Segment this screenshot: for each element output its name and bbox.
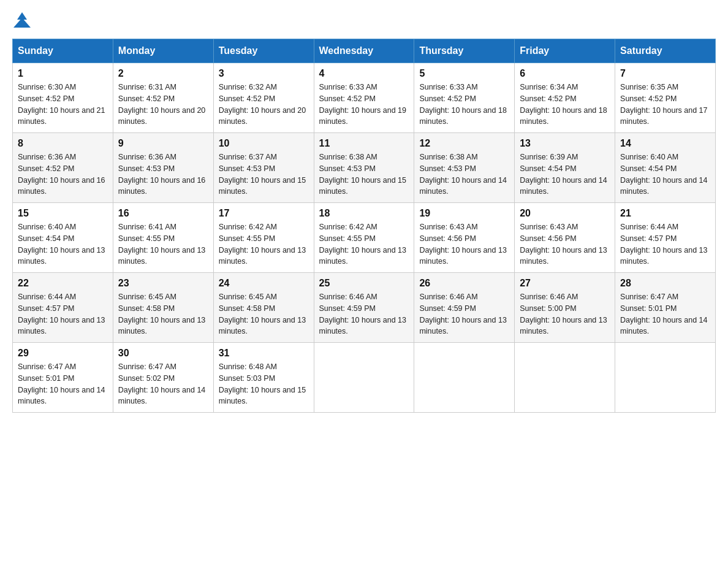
- day-number: 27: [520, 278, 610, 289]
- day-info: Sunrise: 6:38 AMSunset: 4:53 PMDaylight:…: [319, 153, 406, 196]
- calendar-week-row: 1 Sunrise: 6:30 AMSunset: 4:52 PMDayligh…: [13, 63, 716, 133]
- day-number: 31: [219, 348, 309, 359]
- calendar-cell: 29 Sunrise: 6:47 AMSunset: 5:01 PMDaylig…: [13, 343, 113, 413]
- day-number: 15: [18, 208, 108, 219]
- day-info: Sunrise: 6:31 AMSunset: 4:52 PMDaylight:…: [118, 83, 205, 126]
- calendar-cell: 30 Sunrise: 6:47 AMSunset: 5:02 PMDaylig…: [113, 343, 213, 413]
- calendar-cell: 14 Sunrise: 6:40 AMSunset: 4:54 PMDaylig…: [615, 133, 716, 203]
- calendar-cell: 4 Sunrise: 6:33 AMSunset: 4:52 PMDayligh…: [314, 63, 414, 133]
- day-number: 16: [118, 208, 208, 219]
- day-number: 23: [118, 278, 208, 289]
- calendar-cell: 22 Sunrise: 6:44 AMSunset: 4:57 PMDaylig…: [13, 273, 113, 343]
- calendar-cell: 3 Sunrise: 6:32 AMSunset: 4:52 PMDayligh…: [213, 63, 314, 133]
- day-number: 14: [620, 138, 710, 149]
- calendar-cell: 8 Sunrise: 6:36 AMSunset: 4:52 PMDayligh…: [13, 133, 113, 203]
- calendar-cell: 2 Sunrise: 6:31 AMSunset: 4:52 PMDayligh…: [113, 63, 213, 133]
- day-info: Sunrise: 6:48 AMSunset: 5:03 PMDaylight:…: [219, 362, 306, 405]
- day-info: Sunrise: 6:33 AMSunset: 4:52 PMDaylight:…: [419, 83, 506, 126]
- day-number: 20: [520, 208, 610, 219]
- calendar-cell: 12 Sunrise: 6:38 AMSunset: 4:53 PMDaylig…: [414, 133, 515, 203]
- calendar-cell: 19 Sunrise: 6:43 AMSunset: 4:56 PMDaylig…: [414, 203, 515, 273]
- day-number: 6: [520, 68, 610, 79]
- day-info: Sunrise: 6:35 AMSunset: 4:52 PMDaylight:…: [620, 83, 707, 126]
- calendar-cell: 15 Sunrise: 6:40 AMSunset: 4:54 PMDaylig…: [13, 203, 113, 273]
- day-number: 17: [219, 208, 309, 219]
- day-info: Sunrise: 6:43 AMSunset: 4:56 PMDaylight:…: [520, 223, 607, 266]
- day-info: Sunrise: 6:41 AMSunset: 4:55 PMDaylight:…: [118, 223, 205, 266]
- calendar-cell: [615, 343, 716, 413]
- day-number: 26: [419, 278, 509, 289]
- day-info: Sunrise: 6:47 AMSunset: 5:01 PMDaylight:…: [620, 293, 707, 335]
- day-info: Sunrise: 6:38 AMSunset: 4:53 PMDaylight:…: [419, 153, 506, 196]
- day-info: Sunrise: 6:37 AMSunset: 4:53 PMDaylight:…: [219, 153, 306, 196]
- day-number: 10: [219, 138, 309, 149]
- calendar-week-row: 29 Sunrise: 6:47 AMSunset: 5:01 PMDaylig…: [13, 343, 716, 413]
- calendar-cell: 7 Sunrise: 6:35 AMSunset: 4:52 PMDayligh…: [615, 63, 716, 133]
- calendar-cell: 9 Sunrise: 6:36 AMSunset: 4:53 PMDayligh…: [113, 133, 213, 203]
- calendar-cell: 17 Sunrise: 6:42 AMSunset: 4:55 PMDaylig…: [213, 203, 314, 273]
- calendar-cell: [414, 343, 515, 413]
- calendar-cell: 11 Sunrise: 6:38 AMSunset: 4:53 PMDaylig…: [314, 133, 414, 203]
- calendar-cell: 23 Sunrise: 6:45 AMSunset: 4:58 PMDaylig…: [113, 273, 213, 343]
- calendar-header-wednesday: Wednesday: [314, 39, 414, 63]
- calendar-cell: 6 Sunrise: 6:34 AMSunset: 4:52 PMDayligh…: [515, 63, 615, 133]
- calendar-cell: 10 Sunrise: 6:37 AMSunset: 4:53 PMDaylig…: [213, 133, 314, 203]
- day-info: Sunrise: 6:43 AMSunset: 4:56 PMDaylight:…: [419, 223, 506, 266]
- day-number: 1: [18, 68, 108, 79]
- day-number: 30: [118, 348, 208, 359]
- day-info: Sunrise: 6:42 AMSunset: 4:55 PMDaylight:…: [219, 223, 306, 266]
- day-number: 7: [620, 68, 710, 79]
- calendar-header-monday: Monday: [113, 39, 213, 63]
- calendar-header-row: SundayMondayTuesdayWednesdayThursdayFrid…: [13, 39, 716, 63]
- day-info: Sunrise: 6:44 AMSunset: 4:57 PMDaylight:…: [18, 293, 105, 335]
- day-info: Sunrise: 6:46 AMSunset: 4:59 PMDaylight:…: [419, 293, 506, 335]
- day-number: 11: [319, 138, 409, 149]
- calendar-week-row: 22 Sunrise: 6:44 AMSunset: 4:57 PMDaylig…: [13, 273, 716, 343]
- calendar-week-row: 8 Sunrise: 6:36 AMSunset: 4:52 PMDayligh…: [13, 133, 716, 203]
- calendar-cell: 20 Sunrise: 6:43 AMSunset: 4:56 PMDaylig…: [515, 203, 615, 273]
- calendar-cell: 27 Sunrise: 6:46 AMSunset: 5:00 PMDaylig…: [515, 273, 615, 343]
- calendar-cell: 16 Sunrise: 6:41 AMSunset: 4:55 PMDaylig…: [113, 203, 213, 273]
- day-info: Sunrise: 6:39 AMSunset: 4:54 PMDaylight:…: [520, 153, 607, 196]
- calendar-cell: 28 Sunrise: 6:47 AMSunset: 5:01 PMDaylig…: [615, 273, 716, 343]
- calendar-cell: 21 Sunrise: 6:44 AMSunset: 4:57 PMDaylig…: [615, 203, 716, 273]
- calendar-week-row: 15 Sunrise: 6:40 AMSunset: 4:54 PMDaylig…: [13, 203, 716, 273]
- day-number: 9: [118, 138, 208, 149]
- day-number: 24: [219, 278, 309, 289]
- day-info: Sunrise: 6:40 AMSunset: 4:54 PMDaylight:…: [620, 153, 707, 196]
- day-info: Sunrise: 6:40 AMSunset: 4:54 PMDaylight:…: [18, 223, 105, 266]
- day-number: 22: [18, 278, 108, 289]
- calendar-cell: 13 Sunrise: 6:39 AMSunset: 4:54 PMDaylig…: [515, 133, 615, 203]
- page-header: [12, 12, 716, 28]
- calendar-header-tuesday: Tuesday: [213, 39, 314, 63]
- day-info: Sunrise: 6:45 AMSunset: 4:58 PMDaylight:…: [219, 293, 306, 335]
- day-info: Sunrise: 6:30 AMSunset: 4:52 PMDaylight:…: [18, 83, 105, 126]
- day-info: Sunrise: 6:34 AMSunset: 4:52 PMDaylight:…: [520, 83, 607, 126]
- day-info: Sunrise: 6:33 AMSunset: 4:52 PMDaylight:…: [319, 83, 406, 126]
- calendar-header-thursday: Thursday: [414, 39, 515, 63]
- calendar-cell: [515, 343, 615, 413]
- calendar-cell: 18 Sunrise: 6:42 AMSunset: 4:55 PMDaylig…: [314, 203, 414, 273]
- day-info: Sunrise: 6:32 AMSunset: 4:52 PMDaylight:…: [219, 83, 306, 126]
- calendar-header-saturday: Saturday: [615, 39, 716, 63]
- day-number: 4: [319, 68, 409, 79]
- day-info: Sunrise: 6:42 AMSunset: 4:55 PMDaylight:…: [319, 223, 406, 266]
- calendar-cell: 5 Sunrise: 6:33 AMSunset: 4:52 PMDayligh…: [414, 63, 515, 133]
- calendar-cell: 31 Sunrise: 6:48 AMSunset: 5:03 PMDaylig…: [213, 343, 314, 413]
- calendar-cell: 26 Sunrise: 6:46 AMSunset: 4:59 PMDaylig…: [414, 273, 515, 343]
- day-number: 12: [419, 138, 509, 149]
- calendar-cell: 25 Sunrise: 6:46 AMSunset: 4:59 PMDaylig…: [314, 273, 414, 343]
- day-info: Sunrise: 6:45 AMSunset: 4:58 PMDaylight:…: [118, 293, 205, 335]
- day-number: 18: [319, 208, 409, 219]
- calendar-cell: 24 Sunrise: 6:45 AMSunset: 4:58 PMDaylig…: [213, 273, 314, 343]
- logo-triangle-large-icon: [13, 18, 31, 28]
- day-number: 21: [620, 208, 710, 219]
- calendar-table: SundayMondayTuesdayWednesdayThursdayFrid…: [12, 39, 716, 413]
- day-info: Sunrise: 6:46 AMSunset: 5:00 PMDaylight:…: [520, 293, 607, 335]
- day-info: Sunrise: 6:46 AMSunset: 4:59 PMDaylight:…: [319, 293, 406, 335]
- day-number: 3: [219, 68, 309, 79]
- day-number: 29: [18, 348, 108, 359]
- day-info: Sunrise: 6:47 AMSunset: 5:01 PMDaylight:…: [18, 362, 105, 405]
- day-number: 2: [118, 68, 208, 79]
- day-number: 8: [18, 138, 108, 149]
